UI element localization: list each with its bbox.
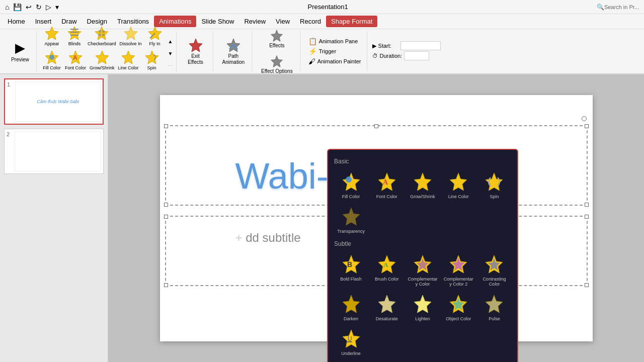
titlebar: ⌂ 💾 ↩ ↻ ▷ ▾ Presentation1 🔍 Search in Pr… bbox=[0, 0, 644, 14]
svg-marker-18 bbox=[145, 51, 158, 64]
home-icon[interactable]: ⌂ bbox=[5, 3, 9, 11]
anim-object-color[interactable]: Object Color bbox=[442, 291, 475, 324]
anim-fill-color[interactable]: Fill Color bbox=[334, 169, 368, 202]
save-icon[interactable]: 💾 bbox=[13, 3, 22, 11]
menu-shapeformat[interactable]: Shape Format bbox=[326, 16, 377, 27]
basic-grid: Fill Color A Font Color bbox=[334, 169, 511, 236]
slide-subtitle[interactable]: + dd subtitle bbox=[235, 231, 301, 245]
anim-brush-color-label: Brush Color bbox=[375, 277, 399, 282]
svg-marker-10 bbox=[124, 27, 137, 40]
rotate-handle[interactable] bbox=[582, 116, 587, 121]
svg-text:A: A bbox=[383, 178, 388, 186]
anim-contrasting-color-label: Contrasting Color bbox=[478, 277, 510, 288]
animation-painter-button[interactable]: 🖌 Animation Painter bbox=[306, 57, 363, 66]
anim-font-color[interactable]: A Font Color bbox=[370, 169, 404, 202]
anim-spin[interactable]: Spin bbox=[477, 169, 511, 202]
scroll-arrow[interactable]: ▲ ▼ ⋯ bbox=[167, 35, 174, 71]
trigger-button[interactable]: ⚡ Trigger bbox=[306, 47, 363, 56]
handle2-bl[interactable] bbox=[164, 283, 168, 287]
ribbon-blinds-btn[interactable]: Blinds bbox=[63, 24, 86, 47]
anim-underline-label: Underline bbox=[341, 351, 361, 356]
menu-home[interactable]: Home bbox=[3, 16, 30, 27]
svg-text:A: A bbox=[383, 261, 388, 268]
effects-group: Effects Effect Options bbox=[254, 31, 300, 71]
redo-icon[interactable]: ↻ bbox=[36, 3, 42, 11]
more-icon[interactable]: ▾ bbox=[55, 3, 59, 11]
slide-thumb-1[interactable]: 1 Câm thức Wabi-Sabi bbox=[4, 78, 104, 125]
ribbon-flyin-btn[interactable]: Fly In bbox=[144, 24, 166, 47]
anim-desaturate-label: Desaturate bbox=[376, 316, 398, 322]
anim-comp-color-2-icon bbox=[447, 253, 469, 276]
path-animation-button[interactable]: PathAnimation bbox=[219, 35, 248, 67]
undo-icon[interactable]: ↩ bbox=[26, 3, 32, 11]
start-input[interactable] bbox=[400, 41, 441, 50]
ribbon-linecolor-btn[interactable]: Line Color bbox=[117, 48, 140, 71]
svg-marker-42 bbox=[378, 295, 395, 313]
preview-button[interactable]: ▶ Preview bbox=[8, 39, 32, 64]
svg-marker-23 bbox=[343, 173, 360, 191]
anim-pulse-icon bbox=[483, 293, 505, 315]
anim-contrasting-color-icon bbox=[483, 253, 505, 276]
ribbon-fontcolor-btn[interactable]: A Font Color bbox=[63, 48, 88, 71]
handle2-tl[interactable] bbox=[164, 215, 168, 219]
anim-bold-flash[interactable]: B Bold Flash bbox=[334, 251, 368, 290]
anim-underline[interactable]: U Underline bbox=[334, 326, 368, 358]
effects-label: Effects bbox=[269, 43, 284, 48]
anim-pulse[interactable]: Pulse bbox=[477, 291, 511, 324]
search-label[interactable]: Search in Pr... bbox=[604, 4, 639, 10]
menu-view[interactable]: View bbox=[271, 16, 295, 27]
anim-bold-flash-label: Bold Flash bbox=[340, 277, 362, 282]
svg-marker-46 bbox=[486, 295, 503, 313]
handle-tl[interactable] bbox=[164, 124, 168, 128]
ribbon-spin-btn[interactable]: Spin bbox=[141, 48, 163, 71]
anim-lighten[interactable]: Lighten bbox=[406, 291, 439, 324]
handle-tm[interactable] bbox=[374, 124, 378, 128]
effects-button[interactable]: Effects bbox=[264, 27, 290, 50]
anim-grow-shrink[interactable]: Grow/Shrink bbox=[406, 169, 439, 202]
anim-transparency[interactable]: Transparency bbox=[334, 204, 368, 236]
slide-thumb-2[interactable]: 2 bbox=[4, 129, 104, 174]
handle-br[interactable] bbox=[585, 203, 589, 207]
menu-record[interactable]: Record bbox=[295, 16, 326, 27]
anim-comp-color-2[interactable]: Complementary Color 2 bbox=[442, 251, 475, 290]
slide-1-preview[interactable]: Câm thức Wabi-Sabi bbox=[15, 81, 101, 122]
anim-contrasting-color[interactable]: Contrasting Color bbox=[477, 251, 511, 290]
path-animation-group: PathAnimation bbox=[215, 31, 252, 71]
ribbon-appear-btn[interactable]: Appear bbox=[41, 24, 63, 47]
exit-effects-button[interactable]: ExitEffects bbox=[183, 35, 209, 67]
svg-text:A: A bbox=[73, 54, 77, 61]
ribbon-checkerboard-btn[interactable]: Checkerboard bbox=[86, 24, 118, 47]
anim-line-color[interactable]: Line Color bbox=[442, 169, 475, 202]
duration-input[interactable] bbox=[404, 51, 429, 60]
svg-rect-9 bbox=[102, 34, 105, 36]
handle2-br[interactable] bbox=[585, 283, 589, 287]
handle-tr[interactable] bbox=[585, 124, 589, 128]
slide-2-preview[interactable] bbox=[15, 131, 101, 171]
anim-comp-color[interactable]: Complementary Color bbox=[406, 251, 439, 290]
basic-section-title: Basic bbox=[334, 158, 511, 165]
titlebar-right: 🔍 Search in Pr... bbox=[597, 4, 639, 11]
effect-options-button[interactable]: Effect Options bbox=[258, 52, 296, 76]
animation-pane-button[interactable]: 📋 Animation Pane bbox=[306, 37, 363, 46]
animation-painter-label: Animation Painter bbox=[317, 58, 361, 64]
animation-dropdown: Basic Fill Color bbox=[327, 149, 518, 362]
present-icon[interactable]: ▷ bbox=[46, 3, 51, 11]
anim-comp-color-2-label: Complementary Color 2 bbox=[443, 277, 474, 288]
handle-bl[interactable] bbox=[164, 203, 168, 207]
anim-darken-label: Darken bbox=[344, 316, 358, 322]
anim-darken[interactable]: Darken bbox=[334, 291, 368, 324]
anim-desaturate[interactable]: Desaturate bbox=[370, 291, 404, 324]
svg-rect-7 bbox=[102, 30, 105, 33]
menu-review[interactable]: Review bbox=[239, 16, 271, 27]
anim-pulse-label: Pulse bbox=[489, 316, 500, 322]
handle2-tr[interactable] bbox=[585, 215, 589, 219]
timing-section: ▶ Start: ⏱ Duration: bbox=[369, 41, 444, 61]
ribbon-growshrink-btn[interactable]: Grow/Shrink bbox=[88, 48, 116, 71]
exit-effects-icon bbox=[188, 37, 204, 53]
menu-slideshow[interactable]: Slide Show bbox=[196, 16, 239, 27]
ribbon-dissolvein-btn[interactable]: Dissolve In bbox=[118, 24, 143, 47]
ribbon-fillcolor-btn[interactable]: Fill Color bbox=[41, 48, 63, 71]
anim-brush-color[interactable]: A Brush Color bbox=[370, 251, 404, 290]
anim-pane-group: 📋 Animation Pane ⚡ Trigger 🖌 Animation P… bbox=[302, 31, 368, 71]
anim-darken-icon bbox=[340, 293, 362, 315]
